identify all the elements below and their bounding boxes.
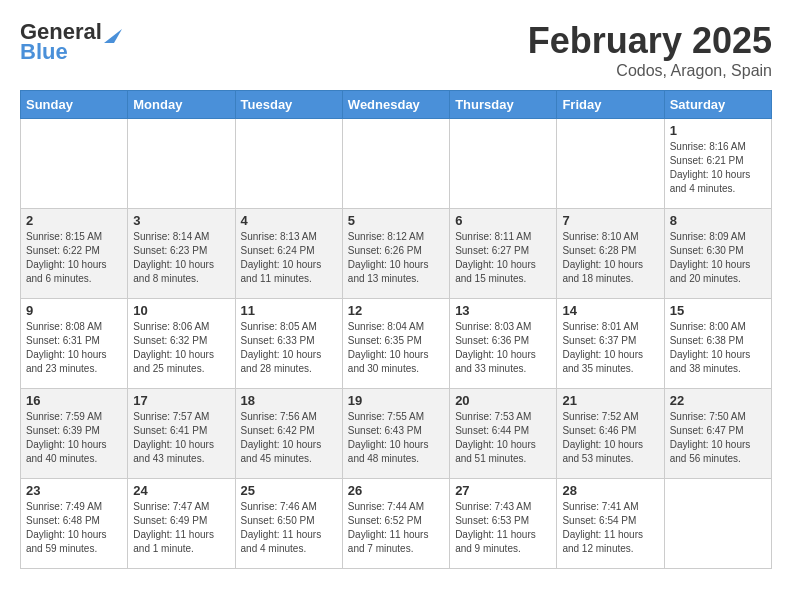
day-number: 22 [670,393,766,408]
calendar-cell: 26Sunrise: 7:44 AM Sunset: 6:52 PM Dayli… [342,479,449,569]
calendar-cell [128,119,235,209]
calendar-cell: 20Sunrise: 7:53 AM Sunset: 6:44 PM Dayli… [450,389,557,479]
calendar-cell [342,119,449,209]
day-number: 6 [455,213,551,228]
title-area: February 2025 Codos, Aragon, Spain [528,20,772,80]
day-info: Sunrise: 7:44 AM Sunset: 6:52 PM Dayligh… [348,500,444,556]
calendar-cell: 27Sunrise: 7:43 AM Sunset: 6:53 PM Dayli… [450,479,557,569]
week-row-1: 1Sunrise: 8:16 AM Sunset: 6:21 PM Daylig… [21,119,772,209]
day-info: Sunrise: 7:52 AM Sunset: 6:46 PM Dayligh… [562,410,658,466]
day-info: Sunrise: 8:05 AM Sunset: 6:33 PM Dayligh… [241,320,337,376]
day-info: Sunrise: 8:01 AM Sunset: 6:37 PM Dayligh… [562,320,658,376]
calendar-cell: 16Sunrise: 7:59 AM Sunset: 6:39 PM Dayli… [21,389,128,479]
calendar-cell: 18Sunrise: 7:56 AM Sunset: 6:42 PM Dayli… [235,389,342,479]
calendar-cell: 25Sunrise: 7:46 AM Sunset: 6:50 PM Dayli… [235,479,342,569]
day-number: 1 [670,123,766,138]
calendar-cell: 1Sunrise: 8:16 AM Sunset: 6:21 PM Daylig… [664,119,771,209]
day-info: Sunrise: 7:56 AM Sunset: 6:42 PM Dayligh… [241,410,337,466]
day-number: 28 [562,483,658,498]
header-wednesday: Wednesday [342,91,449,119]
calendar-cell [450,119,557,209]
calendar-cell: 14Sunrise: 8:01 AM Sunset: 6:37 PM Dayli… [557,299,664,389]
day-info: Sunrise: 8:16 AM Sunset: 6:21 PM Dayligh… [670,140,766,196]
calendar-cell: 13Sunrise: 8:03 AM Sunset: 6:36 PM Dayli… [450,299,557,389]
day-info: Sunrise: 7:47 AM Sunset: 6:49 PM Dayligh… [133,500,229,556]
day-info: Sunrise: 7:57 AM Sunset: 6:41 PM Dayligh… [133,410,229,466]
calendar-title: February 2025 [528,20,772,62]
calendar-cell: 10Sunrise: 8:06 AM Sunset: 6:32 PM Dayli… [128,299,235,389]
day-number: 17 [133,393,229,408]
day-number: 19 [348,393,444,408]
day-number: 16 [26,393,122,408]
calendar-cell: 3Sunrise: 8:14 AM Sunset: 6:23 PM Daylig… [128,209,235,299]
day-info: Sunrise: 7:59 AM Sunset: 6:39 PM Dayligh… [26,410,122,466]
logo: General Blue [20,20,122,64]
calendar-header-row: SundayMondayTuesdayWednesdayThursdayFrid… [21,91,772,119]
day-info: Sunrise: 8:04 AM Sunset: 6:35 PM Dayligh… [348,320,444,376]
day-info: Sunrise: 8:06 AM Sunset: 6:32 PM Dayligh… [133,320,229,376]
week-row-5: 23Sunrise: 7:49 AM Sunset: 6:48 PM Dayli… [21,479,772,569]
day-info: Sunrise: 7:43 AM Sunset: 6:53 PM Dayligh… [455,500,551,556]
calendar-cell: 5Sunrise: 8:12 AM Sunset: 6:26 PM Daylig… [342,209,449,299]
page-header: General Blue February 2025 Codos, Aragon… [20,20,772,80]
calendar-cell: 11Sunrise: 8:05 AM Sunset: 6:33 PM Dayli… [235,299,342,389]
day-number: 23 [26,483,122,498]
day-info: Sunrise: 8:00 AM Sunset: 6:38 PM Dayligh… [670,320,766,376]
day-number: 3 [133,213,229,228]
day-number: 26 [348,483,444,498]
day-number: 15 [670,303,766,318]
calendar-cell: 8Sunrise: 8:09 AM Sunset: 6:30 PM Daylig… [664,209,771,299]
calendar-table: SundayMondayTuesdayWednesdayThursdayFrid… [20,90,772,569]
day-number: 11 [241,303,337,318]
calendar-cell: 15Sunrise: 8:00 AM Sunset: 6:38 PM Dayli… [664,299,771,389]
week-row-3: 9Sunrise: 8:08 AM Sunset: 6:31 PM Daylig… [21,299,772,389]
logo-bird-icon [104,21,122,43]
day-info: Sunrise: 8:14 AM Sunset: 6:23 PM Dayligh… [133,230,229,286]
calendar-cell [235,119,342,209]
day-number: 10 [133,303,229,318]
calendar-cell: 28Sunrise: 7:41 AM Sunset: 6:54 PM Dayli… [557,479,664,569]
day-info: Sunrise: 8:15 AM Sunset: 6:22 PM Dayligh… [26,230,122,286]
header-thursday: Thursday [450,91,557,119]
header-monday: Monday [128,91,235,119]
day-number: 20 [455,393,551,408]
day-number: 27 [455,483,551,498]
calendar-cell: 22Sunrise: 7:50 AM Sunset: 6:47 PM Dayli… [664,389,771,479]
week-row-4: 16Sunrise: 7:59 AM Sunset: 6:39 PM Dayli… [21,389,772,479]
header-saturday: Saturday [664,91,771,119]
header-tuesday: Tuesday [235,91,342,119]
day-info: Sunrise: 7:46 AM Sunset: 6:50 PM Dayligh… [241,500,337,556]
calendar-cell: 19Sunrise: 7:55 AM Sunset: 6:43 PM Dayli… [342,389,449,479]
day-number: 14 [562,303,658,318]
day-info: Sunrise: 8:09 AM Sunset: 6:30 PM Dayligh… [670,230,766,286]
calendar-cell: 2Sunrise: 8:15 AM Sunset: 6:22 PM Daylig… [21,209,128,299]
calendar-subtitle: Codos, Aragon, Spain [528,62,772,80]
day-number: 8 [670,213,766,228]
day-info: Sunrise: 8:11 AM Sunset: 6:27 PM Dayligh… [455,230,551,286]
day-info: Sunrise: 8:10 AM Sunset: 6:28 PM Dayligh… [562,230,658,286]
day-info: Sunrise: 7:53 AM Sunset: 6:44 PM Dayligh… [455,410,551,466]
calendar-cell: 17Sunrise: 7:57 AM Sunset: 6:41 PM Dayli… [128,389,235,479]
day-info: Sunrise: 8:13 AM Sunset: 6:24 PM Dayligh… [241,230,337,286]
calendar-cell [664,479,771,569]
svg-marker-0 [104,29,122,43]
day-number: 25 [241,483,337,498]
week-row-2: 2Sunrise: 8:15 AM Sunset: 6:22 PM Daylig… [21,209,772,299]
calendar-cell [557,119,664,209]
day-info: Sunrise: 7:41 AM Sunset: 6:54 PM Dayligh… [562,500,658,556]
header-sunday: Sunday [21,91,128,119]
day-info: Sunrise: 8:08 AM Sunset: 6:31 PM Dayligh… [26,320,122,376]
calendar-cell: 23Sunrise: 7:49 AM Sunset: 6:48 PM Dayli… [21,479,128,569]
day-info: Sunrise: 7:49 AM Sunset: 6:48 PM Dayligh… [26,500,122,556]
day-number: 24 [133,483,229,498]
day-info: Sunrise: 8:12 AM Sunset: 6:26 PM Dayligh… [348,230,444,286]
day-number: 5 [348,213,444,228]
day-number: 7 [562,213,658,228]
day-number: 2 [26,213,122,228]
calendar-cell: 7Sunrise: 8:10 AM Sunset: 6:28 PM Daylig… [557,209,664,299]
calendar-cell: 24Sunrise: 7:47 AM Sunset: 6:49 PM Dayli… [128,479,235,569]
header-friday: Friday [557,91,664,119]
day-number: 13 [455,303,551,318]
calendar-cell: 6Sunrise: 8:11 AM Sunset: 6:27 PM Daylig… [450,209,557,299]
logo-text-blue: Blue [20,40,68,64]
